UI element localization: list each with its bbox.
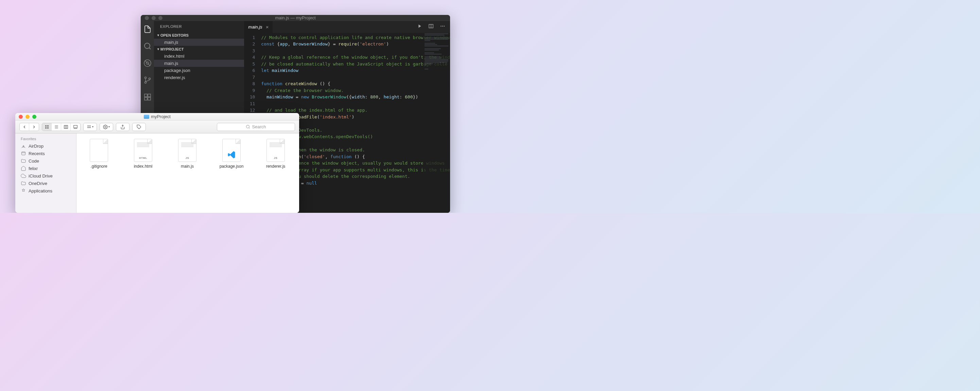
- list-view-button[interactable]: [52, 123, 61, 131]
- action-button[interactable]: ▾: [100, 123, 113, 131]
- svg-point-35: [105, 126, 106, 128]
- svg-point-0: [145, 43, 150, 49]
- file-icon: [222, 139, 241, 162]
- sidebar-item-recents[interactable]: Recents: [15, 150, 76, 157]
- svg-rect-19: [45, 127, 46, 129]
- sidebar-item-applications[interactable]: Applications: [15, 187, 76, 195]
- svg-rect-17: [45, 125, 46, 127]
- svg-rect-34: [90, 127, 91, 128]
- nav-buttons: [19, 123, 39, 131]
- tab-main-js[interactable]: main.js ×: [244, 21, 273, 33]
- finder-toolbar: ▾ ▾ Search: [15, 120, 299, 133]
- window-title: main.js — myProject: [141, 15, 450, 21]
- svg-rect-40: [22, 152, 25, 155]
- svg-rect-8: [145, 94, 147, 97]
- column-view-button[interactable]: [61, 123, 71, 131]
- sidebar-item-icloud-drive[interactable]: iCloud Drive: [15, 172, 76, 180]
- forward-button[interactable]: [29, 123, 39, 131]
- tab-bar: main.js ×: [244, 21, 450, 33]
- source-control-icon[interactable]: [143, 75, 152, 85]
- file-icon: [90, 139, 108, 162]
- svg-rect-18: [47, 125, 49, 127]
- svg-rect-24: [64, 125, 68, 128]
- svg-point-6: [145, 81, 146, 83]
- svg-point-7: [148, 78, 150, 79]
- file-name: .gitignore: [91, 164, 107, 169]
- explorer-icon[interactable]: [143, 24, 152, 34]
- view-mode-buttons: [42, 123, 81, 131]
- file-icon: HTML: [134, 139, 152, 162]
- project-file-item[interactable]: package.json: [154, 67, 244, 74]
- minimize-icon[interactable]: [25, 115, 30, 119]
- open-editor-item[interactable]: main.js: [154, 39, 244, 46]
- minimize-icon[interactable]: [152, 16, 156, 20]
- close-icon[interactable]: [145, 16, 149, 20]
- svg-rect-31: [90, 125, 91, 126]
- finder-sidebar: Favorites AirDropRecentsCodefelixriCloud…: [15, 133, 76, 213]
- project-file-item[interactable]: renderer.js: [154, 74, 244, 81]
- file-icon: JS: [267, 139, 285, 162]
- svg-rect-33: [89, 127, 89, 128]
- more-icon[interactable]: [440, 24, 445, 30]
- svg-rect-30: [89, 125, 89, 126]
- open-editors-header[interactable]: ▾ OPEN EDITORS: [154, 32, 244, 39]
- play-icon[interactable]: [417, 24, 422, 30]
- project-file-item[interactable]: main.js: [154, 60, 244, 67]
- sidebar-item-airdrop[interactable]: AirDrop: [15, 142, 76, 150]
- svg-line-38: [249, 128, 250, 128]
- finder-window: myProject ▾ ▾ Search Favorites AirDropRe…: [15, 113, 299, 213]
- finder-content[interactable]: .gitignoreHTMLindex.htmlJSmain.jspackage…: [76, 133, 299, 213]
- file-item[interactable]: .gitignore: [82, 139, 116, 169]
- traffic-lights: [19, 115, 37, 119]
- maximize-icon[interactable]: [158, 16, 162, 20]
- explorer-header: EXPLORER: [154, 21, 244, 32]
- chevron-down-icon: ▾: [158, 33, 159, 37]
- svg-rect-9: [148, 94, 151, 97]
- file-name: package.json: [220, 164, 244, 169]
- gallery-view-button[interactable]: [71, 123, 80, 131]
- window-title: myProject: [15, 114, 299, 119]
- svg-rect-20: [47, 127, 49, 129]
- debug-icon[interactable]: [143, 59, 152, 68]
- sidebar-item-felixr[interactable]: felixr: [15, 165, 76, 172]
- folder-icon: [144, 115, 149, 119]
- close-icon[interactable]: ×: [266, 24, 269, 30]
- arrange-button[interactable]: ▾: [83, 123, 97, 131]
- share-button[interactable]: [116, 123, 129, 131]
- search-icon: [246, 125, 250, 129]
- svg-point-39: [23, 146, 24, 147]
- file-item[interactable]: package.json: [215, 139, 248, 169]
- file-item[interactable]: JSrenderer.js: [259, 139, 293, 169]
- file-item[interactable]: HTMLindex.html: [126, 139, 160, 169]
- project-file-item[interactable]: index.html: [154, 52, 244, 60]
- tags-button[interactable]: [132, 123, 146, 131]
- svg-rect-10: [145, 97, 147, 100]
- icon-view-button[interactable]: [42, 123, 52, 131]
- traffic-lights: [145, 16, 162, 20]
- svg-rect-27: [74, 125, 78, 128]
- project-header[interactable]: ▾ MYPROJECT: [154, 46, 244, 52]
- file-name: main.js: [181, 164, 194, 169]
- file-icon: JS: [178, 139, 196, 162]
- search-icon[interactable]: [143, 41, 152, 51]
- maximize-icon[interactable]: [32, 115, 37, 119]
- svg-point-5: [145, 77, 146, 78]
- sidebar-item-code[interactable]: Code: [15, 157, 76, 165]
- svg-line-1: [149, 47, 150, 49]
- split-editor-icon[interactable]: [428, 24, 434, 30]
- search-input[interactable]: Search: [217, 123, 295, 131]
- tab-label: main.js: [248, 24, 262, 30]
- file-name: renderer.js: [266, 164, 286, 169]
- back-button[interactable]: [20, 123, 29, 131]
- finder-titlebar[interactable]: myProject: [15, 113, 299, 120]
- svg-point-14: [441, 26, 442, 27]
- close-icon[interactable]: [19, 115, 23, 119]
- svg-rect-29: [88, 125, 88, 126]
- svg-point-16: [444, 26, 445, 27]
- file-item[interactable]: JSmain.js: [170, 139, 204, 169]
- vscode-titlebar[interactable]: main.js — myProject: [141, 15, 450, 21]
- svg-rect-11: [148, 97, 151, 100]
- minimap[interactable]: [423, 33, 450, 213]
- sidebar-item-onedrive[interactable]: OneDrive: [15, 180, 76, 187]
- extensions-icon[interactable]: [143, 92, 152, 102]
